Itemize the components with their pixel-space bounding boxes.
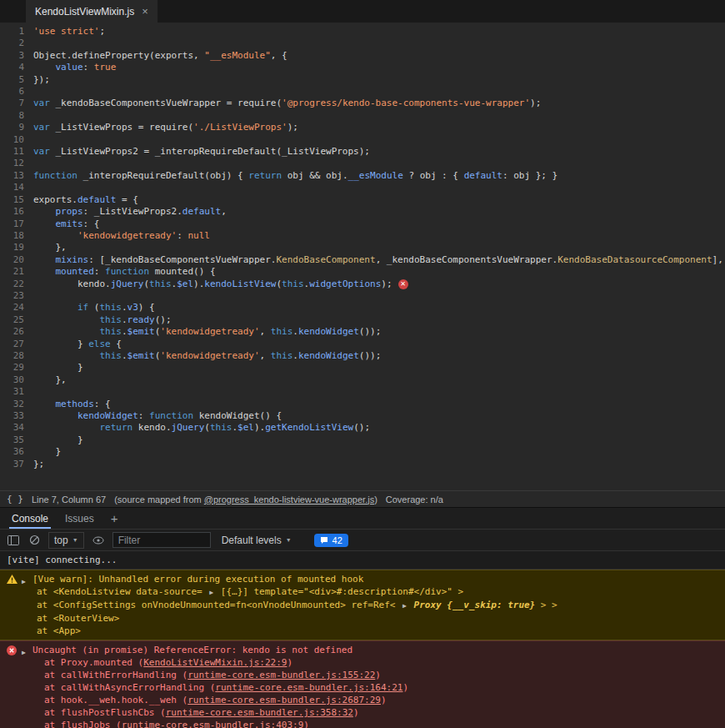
code-line[interactable]: 33 kendoWidget: function kendoWidget() { (2, 410, 725, 422)
file-tab[interactable]: KendoListViewMixin.js × (26, 0, 158, 23)
code-line[interactable]: 36 } (2, 446, 725, 458)
expand-arrow-icon[interactable]: ▶ (208, 589, 215, 596)
code-line[interactable]: 11var _ListViewProps2 = _interopRequireD… (2, 146, 725, 158)
code-line[interactable]: 1'use strict'; (2, 26, 725, 38)
line-number[interactable]: 14 (2, 182, 24, 193)
code-line[interactable]: 37}; (2, 459, 725, 470)
close-icon[interactable]: × (140, 5, 150, 18)
code-line[interactable]: 21 mounted: function mounted() { (2, 266, 725, 278)
line-number[interactable]: 26 (2, 326, 24, 338)
line-number[interactable]: 32 (2, 399, 24, 410)
code-line[interactable]: 13function _interopRequireDefault(obj) {… (2, 170, 725, 182)
line-number[interactable]: 31 (2, 386, 24, 398)
line-number[interactable]: 2 (2, 38, 24, 49)
line-number[interactable]: 30 (2, 374, 24, 386)
code-line[interactable]: 34 return kendo.jQuery(this.$el).getKend… (2, 422, 725, 434)
code-line[interactable]: 23 (2, 290, 725, 302)
line-number[interactable]: 22 (2, 279, 24, 290)
code-line[interactable]: 10 (2, 134, 725, 146)
expand-arrow-icon[interactable]: ▶ (401, 602, 408, 610)
code-line[interactable]: 6 (2, 86, 725, 98)
code-line[interactable]: 5}); (2, 74, 725, 86)
line-number[interactable]: 23 (2, 290, 24, 302)
line-number[interactable]: 28 (2, 350, 24, 362)
code-line[interactable]: 27 } else { (2, 339, 725, 350)
line-number[interactable]: 21 (2, 266, 24, 278)
code-line[interactable]: 2 (2, 38, 725, 49)
code-line[interactable]: 15exports.default = { (2, 194, 725, 206)
expand-arrow-icon[interactable]: ▶ (22, 573, 32, 588)
stack-frame-link[interactable]: KendoListViewMixin.js:22:9 (143, 657, 287, 668)
code-line[interactable]: 26 this.$emit('kendowidgetready', this.k… (2, 326, 725, 338)
code-line[interactable]: 20 mixins: [_kendoBaseComponentsVueWrapp… (2, 254, 725, 266)
code-line[interactable]: 16 props: _ListViewProps2.default, (2, 206, 725, 218)
eye-icon[interactable] (92, 534, 105, 547)
tab-console[interactable]: Console (3, 508, 57, 529)
tab-issues[interactable]: Issues (57, 508, 102, 529)
line-number[interactable]: 24 (2, 302, 24, 314)
mapped-file-link[interactable]: @progress_kendo-listview-vue-wrapper.js (204, 495, 374, 505)
line-number[interactable]: 9 (2, 122, 24, 133)
line-number[interactable]: 12 (2, 158, 24, 169)
clear-console-icon[interactable] (28, 534, 41, 547)
code-line[interactable]: 30 }, (2, 374, 725, 386)
code-line[interactable]: 32 methods: { (2, 399, 725, 410)
pretty-print-icon[interactable]: { } (7, 494, 23, 505)
line-number[interactable]: 11 (2, 146, 24, 158)
line-number[interactable]: 33 (2, 410, 24, 422)
stack-frame-link[interactable]: runtime-core.esm-bundler.js:155:22 (188, 670, 375, 680)
code-line[interactable]: 14 (2, 182, 725, 193)
code-line[interactable]: 12 (2, 158, 725, 169)
console-sidebar-icon[interactable] (7, 534, 20, 547)
js-context-selector[interactable]: top ▼ (48, 532, 84, 549)
code-line[interactable]: 4 value: true (2, 62, 725, 73)
more-tabs-button[interactable]: + (102, 508, 127, 529)
line-number[interactable]: 5 (2, 74, 24, 86)
code-line[interactable]: 31 (2, 386, 725, 398)
line-number[interactable]: 1 (2, 26, 24, 38)
code-line[interactable]: 35 } (2, 434, 725, 446)
code-line[interactable]: 7var _kendoBaseComponentsVueWrapper = re… (2, 98, 725, 109)
line-number[interactable]: 18 (2, 230, 24, 242)
issues-badge[interactable]: 42 (314, 534, 348, 547)
line-number[interactable]: 10 (2, 134, 24, 146)
line-number[interactable]: 29 (2, 362, 24, 374)
code-editor[interactable]: 1'use strict';23Object.defineProperty(ex… (0, 23, 725, 490)
line-number[interactable]: 36 (2, 446, 24, 458)
expand-arrow-icon[interactable]: ▶ (22, 644, 32, 659)
line-number[interactable]: 34 (2, 422, 24, 434)
stack-frame-link[interactable]: runtime-core.esm-bundler.js:2687:29 (188, 695, 381, 705)
code-line[interactable]: 9var _ListViewProps = require('./ListVie… (2, 122, 725, 133)
code-line[interactable]: 25 this.ready(); (2, 314, 725, 326)
code-line[interactable]: 22 kendo.jQuery(this.$el).kendoListView(… (2, 279, 725, 290)
filter-input[interactable] (112, 532, 211, 548)
line-number[interactable]: 20 (2, 254, 24, 266)
code-line[interactable]: 24 if (this.v3) { (2, 302, 725, 314)
stack-frame-link[interactable]: runtime-core.esm-bundler.js:403:9 (122, 720, 304, 728)
line-number[interactable]: 13 (2, 170, 24, 182)
code-line[interactable]: 29 } (2, 362, 725, 374)
code-line[interactable]: 3Object.defineProperty(exports, "__esMod… (2, 50, 725, 62)
line-number[interactable]: 16 (2, 206, 24, 218)
line-number[interactable]: 8 (2, 110, 24, 122)
line-number[interactable]: 35 (2, 434, 24, 446)
line-number[interactable]: 3 (2, 50, 24, 62)
line-number[interactable]: 4 (2, 62, 24, 73)
line-number[interactable]: 25 (2, 314, 24, 326)
line-number[interactable]: 37 (2, 459, 24, 470)
code-line[interactable]: 19 }, (2, 242, 725, 254)
code-line[interactable]: 18 'kendowidgetready': null (2, 230, 725, 242)
stack-frame-link[interactable]: runtime-core.esm-bundler.js:164:21 (215, 682, 402, 693)
line-number[interactable]: 7 (2, 98, 24, 109)
code-line[interactable]: 17 emits: { (2, 218, 725, 230)
code-line[interactable]: 8 (2, 110, 725, 122)
line-number[interactable]: 6 (2, 86, 24, 98)
line-number[interactable]: 19 (2, 242, 24, 254)
log-levels-dropdown[interactable]: Default levels ▼ (222, 535, 292, 546)
code-line[interactable]: 28 this.$emit('kendowidgetready', this.k… (2, 350, 725, 362)
line-number[interactable]: 15 (2, 194, 24, 206)
line-number[interactable]: 17 (2, 218, 24, 230)
line-number[interactable]: 27 (2, 339, 24, 350)
inline-error-icon[interactable]: ✕ (398, 279, 408, 289)
stack-frame-link[interactable]: runtime-core.esm-bundler.js:358:32 (166, 707, 353, 718)
